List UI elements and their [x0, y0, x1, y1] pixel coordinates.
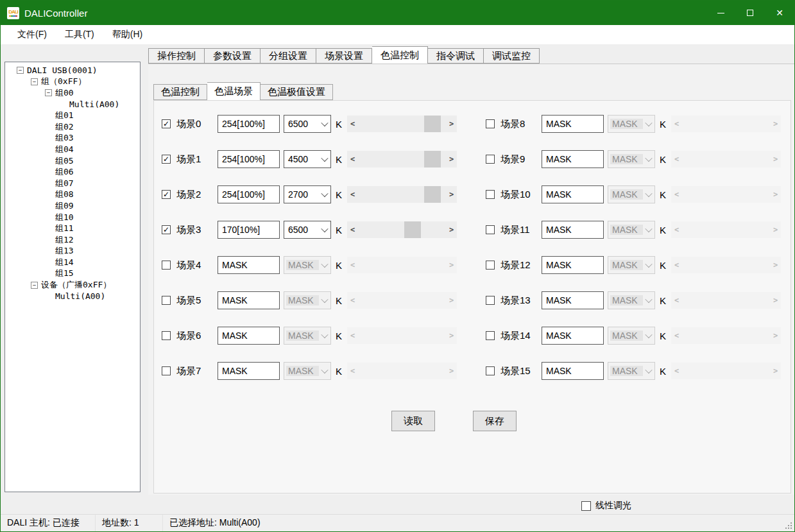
- scroll-left-icon[interactable]: <: [347, 119, 358, 128]
- resize-grip[interactable]: [785, 522, 792, 529]
- scene-level-input[interactable]: [542, 362, 604, 380]
- tree-item[interactable]: 组06: [5, 166, 140, 178]
- scene-level-input[interactable]: [218, 256, 280, 274]
- scene-checkbox[interactable]: [486, 225, 495, 234]
- scene-scrollbar[interactable]: <>: [347, 186, 457, 203]
- scrollbar-thumb[interactable]: [424, 151, 441, 167]
- tree-item[interactable]: 组04: [5, 144, 140, 155]
- tree-item[interactable]: −组（0xFF）: [5, 76, 140, 88]
- scene-checkbox[interactable]: [486, 331, 495, 340]
- menu-item[interactable]: 帮助(H): [103, 26, 151, 43]
- minimize-button[interactable]: [706, 1, 735, 25]
- tree-item[interactable]: Multi(A00): [5, 291, 140, 302]
- tree-item[interactable]: 组12: [5, 234, 140, 246]
- tab-0[interactable]: 操作控制: [148, 48, 205, 64]
- tree-item[interactable]: 组11: [5, 223, 140, 234]
- scene-kelvin-dropdown[interactable]: 6500: [284, 115, 331, 133]
- collapse-icon[interactable]: −: [31, 282, 38, 289]
- scene-checkbox[interactable]: ✓: [162, 225, 171, 234]
- tab-1[interactable]: 参数设置: [205, 48, 261, 64]
- tab-4[interactable]: 色温控制: [372, 46, 428, 64]
- scene-scrollbar[interactable]: <>: [347, 116, 457, 132]
- tree-item[interactable]: 组10: [5, 212, 140, 223]
- collapse-icon[interactable]: −: [45, 89, 52, 96]
- tree-item[interactable]: Multi(A00): [5, 99, 140, 110]
- scene-level-input[interactable]: [542, 256, 604, 274]
- maximize-button[interactable]: [735, 1, 765, 25]
- scrollbar-track[interactable]: [358, 221, 446, 238]
- scene-checkbox[interactable]: [162, 331, 171, 340]
- scene-level-input[interactable]: [542, 185, 604, 203]
- scrollbar-thumb[interactable]: [424, 186, 441, 203]
- scene-kelvin-dropdown[interactable]: 6500: [284, 221, 331, 239]
- scene-level-input[interactable]: [542, 115, 604, 133]
- collapse-icon[interactable]: −: [17, 67, 24, 74]
- close-button[interactable]: ✕: [765, 1, 794, 25]
- scrollbar-thumb[interactable]: [424, 116, 441, 132]
- linear-dimming-checkbox[interactable]: [581, 501, 591, 511]
- scroll-right-icon[interactable]: >: [446, 155, 457, 164]
- subtab-1[interactable]: 色温场景: [207, 82, 261, 100]
- scroll-left-icon[interactable]: <: [347, 155, 358, 164]
- scroll-right-icon[interactable]: >: [446, 119, 457, 128]
- scroll-right-icon[interactable]: >: [446, 190, 457, 199]
- tree-item[interactable]: 组03: [5, 133, 140, 144]
- read-button[interactable]: 读取: [391, 411, 435, 431]
- scene-level-input[interactable]: [218, 327, 280, 345]
- collapse-icon[interactable]: −: [31, 78, 38, 85]
- tab-5[interactable]: 指令调试: [428, 48, 484, 64]
- scroll-left-icon[interactable]: <: [347, 190, 358, 199]
- scene-level-input[interactable]: [542, 150, 604, 168]
- scene-level-input[interactable]: [542, 291, 604, 309]
- scrollbar-track[interactable]: [358, 151, 446, 167]
- tree-item[interactable]: 组08: [5, 189, 140, 201]
- scroll-right-icon[interactable]: >: [446, 225, 457, 234]
- tab-2[interactable]: 分组设置: [261, 48, 316, 64]
- scene-checkbox[interactable]: [162, 366, 171, 375]
- tab-3[interactable]: 场景设置: [316, 48, 372, 64]
- scene-level-input[interactable]: [542, 221, 604, 239]
- scene-level-input[interactable]: [218, 291, 280, 309]
- tree-item[interactable]: −组00: [5, 87, 140, 99]
- scene-level-input[interactable]: [542, 327, 604, 345]
- scene-checkbox[interactable]: ✓: [162, 155, 171, 164]
- menu-item[interactable]: 工具(T): [56, 26, 103, 43]
- menu-item[interactable]: 文件(F): [8, 26, 56, 43]
- tree-item[interactable]: 组13: [5, 246, 140, 257]
- scrollbar-thumb[interactable]: [404, 221, 421, 238]
- scene-checkbox[interactable]: ✓: [162, 190, 171, 199]
- tree-item[interactable]: 组02: [5, 121, 140, 133]
- subtab-2[interactable]: 色温极值设置: [261, 84, 333, 100]
- scene-checkbox[interactable]: ✓: [162, 119, 171, 128]
- tree-item[interactable]: −设备（广播0xFF）: [5, 279, 140, 291]
- scene-kelvin-dropdown[interactable]: 2700: [284, 185, 331, 203]
- scroll-left-icon[interactable]: <: [347, 225, 358, 234]
- scene-checkbox[interactable]: [486, 261, 495, 270]
- tree-item[interactable]: 组14: [5, 257, 140, 268]
- tree-item[interactable]: 组07: [5, 178, 140, 189]
- scrollbar-track[interactable]: [358, 116, 446, 132]
- tree-item[interactable]: 组01: [5, 110, 140, 121]
- scene-level-input[interactable]: [218, 185, 280, 203]
- tab-6[interactable]: 调试监控: [484, 48, 540, 64]
- scene-level-input[interactable]: [218, 362, 280, 380]
- scene-checkbox[interactable]: [486, 296, 495, 305]
- tree-item[interactable]: 组15: [5, 268, 140, 280]
- scene-checkbox[interactable]: [162, 261, 171, 270]
- scene-checkbox[interactable]: [486, 119, 495, 128]
- scene-checkbox[interactable]: [486, 366, 495, 375]
- scene-checkbox[interactable]: [486, 155, 495, 164]
- scene-scrollbar[interactable]: <>: [347, 151, 457, 167]
- subtab-0[interactable]: 色温控制: [153, 84, 207, 100]
- scene-scrollbar[interactable]: <>: [347, 221, 457, 238]
- tree-item[interactable]: 组09: [5, 200, 140, 212]
- tree-item[interactable]: −DALI USB(0001): [5, 65, 140, 76]
- scene-level-input[interactable]: [218, 150, 280, 168]
- scene-checkbox[interactable]: [162, 296, 171, 305]
- scene-level-input[interactable]: [218, 115, 280, 133]
- scrollbar-track[interactable]: [358, 186, 446, 203]
- tree-item[interactable]: 组05: [5, 155, 140, 167]
- scene-level-input[interactable]: [218, 221, 280, 239]
- scene-kelvin-dropdown[interactable]: 4500: [284, 150, 331, 168]
- scene-checkbox[interactable]: [486, 190, 495, 199]
